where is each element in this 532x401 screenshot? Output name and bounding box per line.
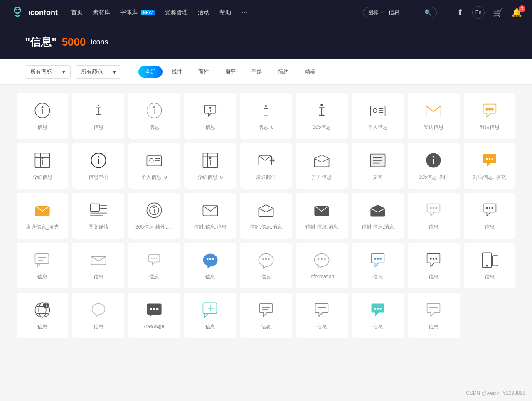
icon-item[interactable]: 信息	[408, 193, 459, 239]
icon-label: 信息	[94, 323, 103, 330]
icon-label: 个人信息	[368, 124, 388, 131]
icon-item[interactable]: 信封,信息,消息	[296, 193, 347, 239]
icon-item[interactable]: 信封,信息,消息	[352, 193, 404, 239]
tag-filled[interactable]: 面性	[192, 66, 216, 78]
icon-symbol	[257, 151, 275, 170]
icon-item[interactable]: 信息	[184, 243, 236, 288]
search-type-selector[interactable]: 图标	[368, 9, 378, 16]
svg-point-88	[209, 258, 211, 260]
search-input[interactable]	[389, 10, 422, 16]
tag-all[interactable]: 全部	[138, 66, 163, 78]
icon-item[interactable]: 信息	[184, 93, 236, 139]
icon-label: 信息	[485, 273, 495, 280]
svg-point-126	[379, 308, 381, 310]
search-bar[interactable]: 图标 ▾ 🔍	[363, 7, 437, 18]
icon-item[interactable]: 信息	[17, 293, 68, 338]
nav-home[interactable]: 首页	[71, 9, 83, 16]
icon-item[interactable]: 发送信息	[408, 93, 459, 139]
icon-symbol	[257, 201, 275, 219]
logo[interactable]: iconfont	[10, 5, 58, 20]
icon-item[interactable]: 305信息-圆框	[408, 143, 459, 189]
svg-point-58	[433, 156, 434, 157]
hero-banner: "信息" 5000 icons	[0, 25, 532, 59]
icon-item[interactable]: 信息	[240, 243, 292, 288]
icon-item[interactable]: information	[296, 243, 347, 288]
icon-label: 信息空心	[89, 174, 108, 181]
icon-symbol	[480, 201, 499, 219]
tag-linear[interactable]: 线性	[165, 66, 189, 78]
icon-item[interactable]: 介绍信息_o	[184, 143, 236, 189]
icon-item[interactable]: 信息	[17, 93, 68, 139]
svg-point-30	[486, 108, 488, 110]
icon-item[interactable]: 信息	[464, 243, 515, 288]
svg-point-77	[486, 207, 488, 209]
icon-item[interactable]: 信封,信息,消息	[184, 193, 236, 239]
nav-resources[interactable]: 资源管理	[165, 9, 188, 16]
icon-item[interactable]: 文本	[352, 143, 404, 189]
icon-item[interactable]: 信息_o	[240, 93, 292, 139]
icon-item[interactable]: 发送信息_填充	[17, 193, 68, 239]
svg-point-49	[209, 157, 211, 158]
tag-flat[interactable]: 扁平	[218, 66, 242, 78]
icon-symbol	[201, 201, 219, 219]
icon-label: 信封,信息,消息	[194, 224, 227, 231]
icon-symbol	[89, 201, 108, 219]
icon-type-filter[interactable]: 所有图标 ▾	[25, 65, 71, 79]
icon-item[interactable]: 信息	[72, 93, 124, 139]
icon-item[interactable]: 个人信息	[352, 93, 404, 139]
icon-item[interactable]: 信息	[128, 243, 180, 288]
tag-hand[interactable]: 手绘	[245, 66, 269, 78]
icon-item[interactable]: message	[128, 293, 180, 338]
icon-item[interactable]: 信息	[184, 293, 236, 338]
icon-symbol	[424, 101, 443, 120]
logo-icon	[10, 5, 25, 20]
icon-label: 305信息-线性圆框	[135, 224, 173, 231]
icon-item[interactable]: 305信息-线性圆框	[128, 193, 180, 239]
icon-item[interactable]: 信息	[72, 293, 124, 338]
icon-label: 信息	[485, 224, 495, 231]
nav-fonts[interactable]: 字体库 NEW	[120, 9, 155, 16]
icon-item[interactable]: 信息	[296, 293, 347, 338]
icon-item[interactable]: 发送邮件	[240, 143, 292, 189]
icon-item[interactable]: 图文详情	[72, 193, 124, 239]
icon-item[interactable]: 打开信息	[296, 143, 347, 189]
nav-links: 首页 素材库 字体库 NEW 资源管理 活动 帮助 ···	[71, 8, 247, 17]
icon-symbol	[201, 151, 219, 170]
nav-activity[interactable]: 活动	[198, 9, 209, 16]
icon-item[interactable]: 305信息	[296, 93, 347, 139]
icon-symbol	[313, 151, 331, 170]
cart-icon[interactable]: 🛒	[493, 7, 503, 17]
notification-icon[interactable]: 🔔 3	[512, 7, 522, 17]
icon-item[interactable]: 对话信息_填充	[464, 143, 515, 189]
icon-item[interactable]: 介绍信息	[17, 143, 68, 189]
svg-point-74	[430, 207, 432, 209]
nav-help[interactable]: 帮助	[219, 9, 231, 16]
icon-label: 信封,信息,消息	[362, 224, 394, 231]
icon-item[interactable]: 信息	[408, 293, 459, 338]
color-filter[interactable]: 所有颜色 ▾	[76, 65, 121, 79]
icon-item[interactable]: 信息	[72, 243, 124, 288]
lang-switch[interactable]: En	[472, 6, 485, 19]
upload-icon[interactable]: ⬆	[457, 7, 464, 17]
nav-materials[interactable]: 素材库	[93, 9, 110, 16]
tag-fine[interactable]: 精美	[298, 66, 322, 78]
icon-item[interactable]: 信息	[408, 243, 459, 288]
nav-more-dots[interactable]: ···	[241, 8, 247, 17]
icon-item[interactable]: 信息	[240, 293, 292, 338]
icon-label: 信息	[37, 273, 47, 280]
icon-item[interactable]: 信封,信息,消息	[240, 193, 292, 239]
icon-item[interactable]: 个人信息_o	[128, 143, 180, 189]
icon-label: 305信息	[313, 124, 331, 131]
svg-point-40	[97, 156, 99, 157]
icon-item[interactable]: 信息	[352, 243, 404, 288]
search-icon[interactable]: 🔍	[424, 9, 431, 16]
icon-item[interactable]: 信息	[352, 293, 404, 338]
tag-simple[interactable]: 简约	[271, 66, 296, 78]
main-content: 信息 信息 信息 信息 信息_o 305信息 个人信息 发送信息 对话信息 介绍…	[0, 85, 532, 347]
icon-item[interactable]: 信息	[464, 193, 515, 239]
icon-item[interactable]: 信息	[17, 243, 68, 288]
icon-item[interactable]: 信息	[128, 93, 180, 139]
icon-symbol	[201, 251, 219, 269]
icon-item[interactable]: 信息空心	[72, 143, 124, 189]
icon-item[interactable]: 对话信息	[464, 93, 515, 139]
